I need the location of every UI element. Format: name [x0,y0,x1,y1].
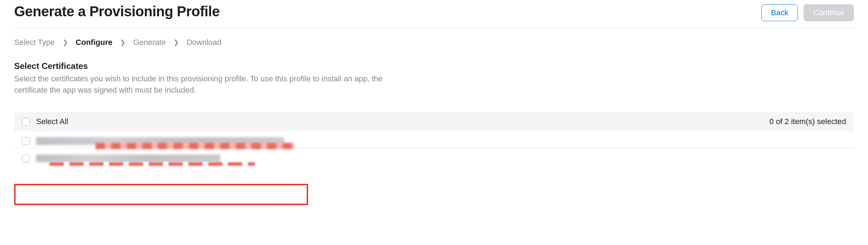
chevron-right-icon: ❯ [174,39,179,46]
list-item[interactable] [14,131,854,148]
header-divider [14,28,854,29]
certificates-list: Select All 0 of 2 item(s) selected [14,112,854,165]
page-title: Generate a Provisioning Profile [14,4,220,19]
continue-button: Continue [804,4,854,21]
select-all-row: Select All 0 of 2 item(s) selected [14,112,854,131]
list-item[interactable] [14,148,854,165]
selection-count: 0 of 2 item(s) selected [770,117,846,126]
certificate-checkbox[interactable] [22,137,30,145]
certificate-name-redacted [36,154,220,162]
breadcrumb-step-configure[interactable]: Configure [76,38,113,47]
breadcrumb-step-generate[interactable]: Generate [133,38,166,47]
breadcrumb-step-select-type[interactable]: Select Type [14,38,55,47]
header-buttons: Back Continue [761,4,854,21]
section-description: Select the certificates you wish to incl… [14,73,386,96]
breadcrumb: Select Type ❯ Configure ❯ Generate ❯ Dow… [14,38,854,47]
section-title: Select Certificates [14,61,854,71]
certificate-checkbox[interactable] [22,154,30,162]
chevron-right-icon: ❯ [120,39,125,46]
select-all-checkbox[interactable] [22,118,30,126]
breadcrumb-step-download[interactable]: Download [187,38,221,47]
redacted-overlay [50,162,255,166]
back-button[interactable]: Back [761,4,798,21]
select-all-label: Select All [36,117,68,126]
chevron-right-icon: ❯ [63,39,68,46]
